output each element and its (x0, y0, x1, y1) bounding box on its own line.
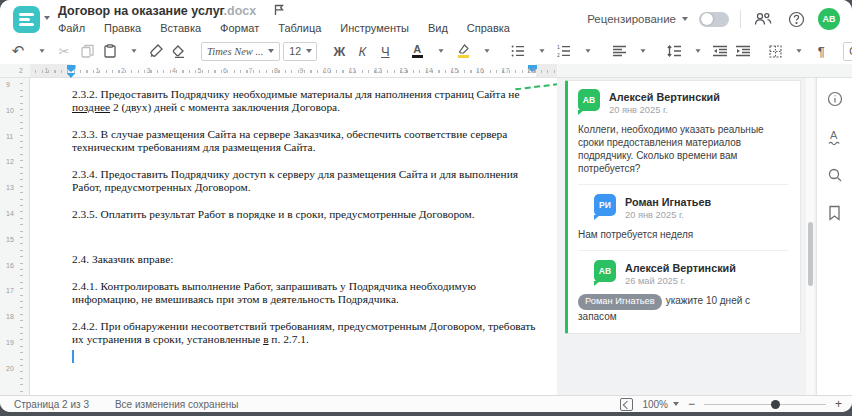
ruler-number: 20 (6, 364, 14, 371)
ruler-number: 12 (6, 158, 14, 165)
paragraph: 2.3.5. Оплатить результат Работ в порядк… (72, 208, 536, 221)
paragraph: 2.4.1. Контролировать выполнение Работ, … (72, 280, 536, 306)
text-run: 2.3.5. Оплатить результат Работ в порядк… (72, 208, 475, 220)
text-run: 2.3.4. Предоставить Подрядчику доступ к … (72, 168, 518, 193)
comment-reply[interactable]: РИРоман Игнатьев20 янв 2025 г.Нам потреб… (578, 184, 788, 241)
align-left-button[interactable] (609, 41, 629, 61)
zoom-level-dropdown[interactable]: 100% (642, 399, 679, 410)
line-spacing-caret-icon[interactable] (687, 41, 707, 61)
svg-text:А: А (830, 129, 838, 141)
cut-button[interactable]: ✂ (54, 41, 74, 61)
ruler-number: 14 (423, 67, 435, 75)
comment-date: 26 май 2025 г. (625, 276, 736, 286)
comment-avatar: РИ (594, 194, 616, 216)
undo-button[interactable]: ↶ (8, 41, 28, 61)
ruler-number: 8 (272, 67, 280, 75)
logo-menu-caret-icon[interactable] (44, 16, 50, 20)
document-scrollbar (806, 78, 814, 395)
menu-item-Таблица[interactable]: Таблица (278, 22, 321, 34)
ruler-number: 3 (145, 67, 153, 75)
review-toggle[interactable] (699, 12, 729, 27)
document-text[interactable]: 2.3.2. Предоставить Подрядчику необходим… (72, 88, 536, 360)
menu-bar: ФайлПравкаВставкаФорматТаблицаИнструмент… (58, 22, 510, 34)
svg-text:2: 2 (557, 52, 560, 57)
review-mode-dropdown[interactable]: Рецензирование (587, 13, 688, 25)
show-paragraph-marks-button[interactable]: ¶ (811, 41, 831, 61)
text-run: 2.3.3. В случае размещения Сайта на серв… (72, 128, 507, 153)
ruler-number: 7 (247, 67, 255, 75)
comment-author: Алексей Вертинский (609, 89, 720, 103)
comment-thread[interactable]: АВАлексей Вертинский20 янв 2025 г.Коллег… (565, 80, 801, 334)
bold-button[interactable]: Ж (329, 41, 349, 61)
menu-item-Справка[interactable]: Справка (467, 22, 510, 34)
paragraph-borders-button[interactable] (765, 41, 785, 61)
zoom-in-button[interactable]: + (835, 397, 842, 411)
clear-formatting-button[interactable] (169, 41, 189, 61)
ruler-number: 9 (6, 81, 10, 88)
text-run: 2.3.2. Предоставить Подрядчику необходим… (72, 88, 520, 100)
text-run: 2.4. Заказчик вправе: (72, 253, 173, 265)
paste-button[interactable] (100, 41, 120, 61)
fit-to-width-icon[interactable] (620, 398, 633, 411)
paragraph-style-combo[interactable]: Обычный (843, 42, 852, 61)
underline-button[interactable]: Ч (375, 41, 395, 61)
flag-icon[interactable] (274, 4, 284, 16)
menu-item-Инструменты[interactable]: Инструменты (340, 22, 409, 34)
comment[interactable]: АВАлексей Вертинский20 янв 2025 г.Коллег… (578, 89, 788, 175)
zoom-out-button[interactable]: − (688, 397, 695, 411)
increase-indent-button[interactable] (733, 41, 753, 61)
collaboration-icon[interactable] (752, 8, 774, 30)
zoom-slider-thumb[interactable] (771, 400, 780, 409)
ruler-number: 11 (347, 67, 358, 75)
paragraph: 2.3.4. Предоставить Подрядчику доступ к … (72, 168, 536, 194)
ruler-number: 18 (525, 67, 537, 75)
font-name-value: Times New ... (207, 46, 263, 57)
align-caret-icon[interactable] (632, 41, 652, 61)
highlight-button[interactable] (453, 41, 473, 61)
bullet-list-caret-icon[interactable] (531, 41, 551, 61)
font-name-combo[interactable]: Times New ... (201, 42, 280, 61)
highlight-caret-icon[interactable] (476, 41, 496, 61)
text-run: 2 (двух) дней с момента заключения Догов… (110, 101, 340, 113)
paste-caret-icon[interactable] (123, 41, 143, 61)
app-logo[interactable] (13, 6, 40, 33)
info-icon[interactable] (824, 88, 846, 110)
spellcheck-icon[interactable]: А (824, 126, 846, 148)
menu-item-Файл[interactable]: Файл (58, 22, 85, 34)
undo-caret-icon[interactable] (31, 41, 51, 61)
menu-item-Вид[interactable]: Вид (428, 22, 448, 34)
search-icon[interactable] (824, 164, 846, 186)
zoom-caret-icon (673, 402, 679, 406)
zoom-slider[interactable] (704, 398, 826, 410)
bullet-list-button[interactable] (508, 41, 528, 61)
font-color-button[interactable]: А (407, 41, 427, 61)
menu-item-Формат[interactable]: Формат (220, 22, 259, 34)
menu-item-Правка[interactable]: Правка (104, 22, 141, 34)
font-color-caret-icon[interactable] (430, 41, 450, 61)
ruler-number: 13 (6, 184, 14, 191)
ruler-number: 5 (196, 67, 204, 75)
numbered-list-button[interactable]: 12 (554, 41, 574, 61)
bookmark-icon[interactable] (824, 202, 846, 224)
italic-button[interactable]: К (352, 41, 372, 61)
line-spacing-button[interactable] (664, 41, 684, 61)
copy-button[interactable] (77, 41, 97, 61)
user-avatar[interactable]: АВ (818, 8, 840, 30)
comments-panel: АВАлексей Вертинский20 янв 2025 г.Коллег… (557, 78, 816, 395)
help-icon[interactable] (785, 8, 807, 30)
header-actions: Рецензирование АВ (587, 8, 840, 30)
text-run: п. 2.7.1. (269, 333, 309, 345)
decrease-indent-button[interactable] (710, 41, 730, 61)
ruler-number: 15 (6, 235, 14, 242)
menu-item-Вставка[interactable]: Вставка (160, 22, 201, 34)
horizontal-ruler: 21123456789101112131415161718 (0, 64, 852, 78)
borders-caret-icon[interactable] (788, 41, 808, 61)
ruler-number: 9 (298, 67, 306, 75)
comment-reply[interactable]: АВАлексей Вертинский26 май 2025 г.Роман … (578, 250, 788, 323)
text-run: позднее (72, 101, 110, 113)
numbered-list-caret-icon[interactable] (577, 41, 597, 61)
font-size-combo[interactable]: 12 (283, 42, 317, 61)
format-painter-button[interactable] (146, 41, 166, 61)
ruler-number: 1 (43, 67, 51, 75)
scrollbar-thumb[interactable] (808, 222, 813, 286)
